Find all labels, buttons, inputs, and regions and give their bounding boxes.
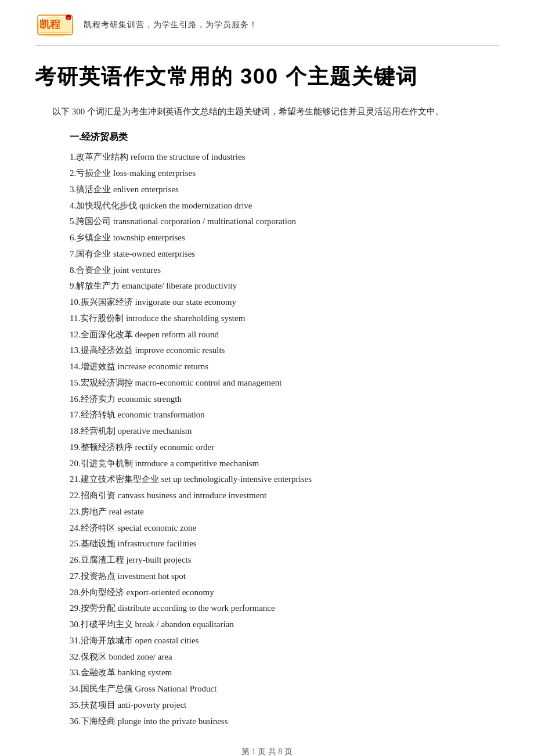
logo-wrapper: 凯程 ® <box>35 10 75 39</box>
vocab-item: 21.建立技术密集型企业 set up technologically-inte… <box>35 471 499 488</box>
vocab-english: infrastructure facilities <box>118 539 197 548</box>
vocab-english: macro-economic control and management <box>135 378 282 387</box>
header: 凯程 ® 凯程考研集训营，为学生引路，为学员服务！ <box>35 0 499 46</box>
vocab-item: 25.基础设施 infrastructure facilities <box>35 536 499 552</box>
vocab-item: 12.全面深化改革 deepen reform all round <box>35 327 499 343</box>
vocab-english: deepen reform all round <box>135 330 219 339</box>
vocab-english: distribute according to the work perform… <box>118 603 275 613</box>
page-footer: 第 1 页 共 8 页 <box>35 747 499 756</box>
page-title: 考研英语作文常用的 300 个主题关键词 <box>35 63 499 91</box>
vocab-item: 13.提高经济效益 improve economic results <box>35 343 499 359</box>
vocab-item: 33.金融改革 banking system <box>35 665 499 681</box>
vocab-english: operative mechanism <box>118 426 192 435</box>
vocab-item: 32.保税区 bonded zone/ area <box>35 649 499 665</box>
vocab-english: Gross National Product <box>135 684 217 693</box>
vocab-item: 16.经济实力 economic strength <box>35 391 499 408</box>
vocab-list: 1.改革产业结构 reform the structure of industr… <box>35 149 499 729</box>
section1-title: 一.经济贸易类 <box>70 131 499 143</box>
vocab-english: real estate <box>109 507 144 516</box>
vocab-item: 27.投资热点 investment hot spot <box>35 568 499 585</box>
vocab-english: quicken the modernization drive <box>139 201 252 210</box>
vocab-english: emancipate/ liberate productivity <box>122 281 237 290</box>
vocab-english: special economic zone <box>118 523 197 532</box>
vocab-english: rectify economic order <box>135 442 215 452</box>
header-slogan: 凯程考研集训营，为学生引路，为学员服务！ <box>84 20 258 30</box>
vocab-english: introduce the shareholding system <box>126 314 245 323</box>
vocab-item: 30.打破平均主义 break / abandon equalitarian <box>35 617 499 633</box>
logo-text-area: 凯程考研集训营，为学生引路，为学员服务！ <box>84 20 258 30</box>
vocab-item: 1.改革产业结构 reform the structure of industr… <box>35 149 499 165</box>
vocab-item: 11.实行股份制 introduce the shareholding syst… <box>35 311 499 327</box>
vocab-item: 28.外向型经济 export-oriented economy <box>35 585 499 601</box>
vocab-english: set up technologically-intensive enterpr… <box>161 474 312 484</box>
vocab-item: 5.跨国公司 transnational corporation / multi… <box>35 214 499 230</box>
vocab-english: state-owned enterprises <box>113 249 195 258</box>
vocab-english: transnational corporation / multinationa… <box>113 217 296 226</box>
vocab-item: 19.整顿经济秩序 rectify economic order <box>35 440 499 456</box>
vocab-english: canvass business and introduce investmen… <box>118 491 267 500</box>
vocab-item: 34.国民生产总值 Gross National Product <box>35 681 499 697</box>
vocab-english: introduce a competitive mechanism <box>135 459 259 468</box>
vocab-english: break / abandon equalitarian <box>135 620 234 629</box>
intro-text: 以下 300 个词汇是为考生冲刺英语作文总结的主题关键词，希望考生能够记住并且灵… <box>35 103 499 120</box>
vocab-item: 22.招商引资 canvass business and introduce i… <box>35 488 499 504</box>
vocab-english: bonded zone/ area <box>109 652 172 661</box>
vocab-english: banking system <box>118 668 172 677</box>
vocab-item: 23.房地产 real estate <box>35 504 499 520</box>
vocab-english: anti-poverty project <box>118 700 187 710</box>
vocab-item: 26.豆腐渣工程 jerry-built projects <box>35 552 499 568</box>
vocab-english: joint ventures <box>113 265 161 275</box>
vocab-item: 14.增进效益 increase economic returns <box>35 359 499 375</box>
vocab-item: 3.搞活企业 enliven enterprises <box>35 182 499 198</box>
vocab-english: plunge into the private business <box>118 717 228 726</box>
vocab-english: economic strength <box>118 394 182 404</box>
svg-text:凯程: 凯程 <box>39 19 61 30</box>
logo-badge: 凯程 ® <box>35 10 75 39</box>
page-container: 凯程 ® 凯程考研集训营，为学生引路，为学员服务！ 考研英语作文常用的 300 … <box>0 0 534 756</box>
vocab-english: loss-making enterprises <box>113 168 196 178</box>
vocab-item: 31.沿海开放城市 open coastal cities <box>35 633 499 649</box>
vocab-item: 4.加快现代化步伐 quicken the modernization driv… <box>35 198 499 214</box>
vocab-item: 24.经济特区 special economic zone <box>35 520 499 537</box>
vocab-item: 36.下海经商 plunge into the private business <box>35 714 499 730</box>
vocab-english: increase economic returns <box>118 362 209 371</box>
vocab-english: economic transformation <box>118 410 205 419</box>
vocab-english: export-oriented economy <box>127 588 214 597</box>
vocab-english: jerry-built projects <box>127 555 192 564</box>
vocab-item: 8.合资企业 joint ventures <box>35 262 499 279</box>
vocab-item: 35.扶贫项目 anti-poverty project <box>35 697 499 714</box>
vocab-english: enliven enterprises <box>113 185 179 194</box>
vocab-item: 29.按劳分配 distribute according to the work… <box>35 600 499 617</box>
vocab-english: investment hot spot <box>118 571 186 581</box>
svg-text:®: ® <box>67 16 70 21</box>
vocab-item: 15.宏观经济调控 macro-economic control and man… <box>35 375 499 391</box>
vocab-item: 6.乡镇企业 township enterprises <box>35 230 499 246</box>
vocab-item: 9.解放生产力 emancipate/ liberate productivit… <box>35 278 499 294</box>
vocab-item: 20.引进竞争机制 introduce a competitive mechan… <box>35 456 499 472</box>
vocab-english: township enterprises <box>113 233 185 242</box>
vocab-item: 10.振兴国家经济 invigorate our state economy <box>35 294 499 311</box>
vocab-item: 18.经营机制 operative mechanism <box>35 423 499 440</box>
vocab-item: 17.经济转轨 economic transformation <box>35 407 499 423</box>
vocab-english: open coastal cities <box>135 636 199 645</box>
vocab-item: 7.国有企业 state-owned enterprises <box>35 246 499 262</box>
vocab-english: invigorate our state economy <box>135 297 237 307</box>
vocab-item: 2.亏损企业 loss-making enterprises <box>35 165 499 182</box>
vocab-english: improve economic results <box>135 345 225 355</box>
vocab-english: reform the structure of industries <box>131 152 245 161</box>
